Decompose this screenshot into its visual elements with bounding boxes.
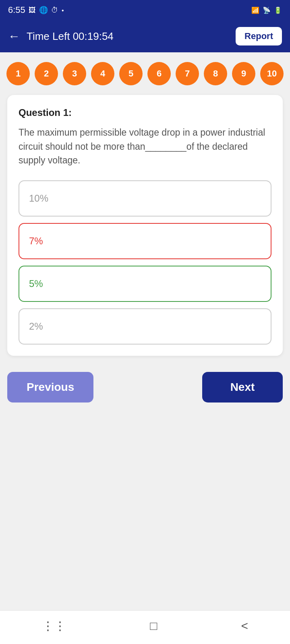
menu-icon[interactable]: ⋮⋮ xyxy=(42,619,66,633)
question-label: Question 1: xyxy=(19,107,271,118)
question-number-2[interactable]: 2 xyxy=(35,62,58,85)
globe-icon: 🌐 xyxy=(39,6,48,14)
question-number-6[interactable]: 6 xyxy=(147,62,171,85)
report-button[interactable]: Report xyxy=(236,27,282,45)
option-1[interactable]: 10% xyxy=(19,180,271,217)
answer-options: 10% 7% 5% 2% xyxy=(19,180,271,345)
home-icon[interactable]: □ xyxy=(150,619,157,633)
spacer xyxy=(0,415,290,611)
wifi-icon: 📶 xyxy=(251,6,259,14)
header-left: ← Time Left 00:19:54 xyxy=(8,29,114,43)
question-text: The maximum permissible voltage drop in … xyxy=(19,126,271,167)
question-number-9[interactable]: 9 xyxy=(232,62,255,85)
timer-display: Time Left 00:19:54 xyxy=(27,30,114,43)
header: ← Time Left 00:19:54 Report xyxy=(0,20,290,52)
question-card: Question 1: The maximum permissible volt… xyxy=(7,95,283,356)
option-3-text: 5% xyxy=(29,278,43,289)
option-2[interactable]: 7% xyxy=(19,223,271,259)
status-icons: 📶 📡 🔋 xyxy=(251,6,282,14)
option-3[interactable]: 5% xyxy=(19,266,271,302)
battery-icon: 🔋 xyxy=(274,6,282,14)
time-display: 6:55 xyxy=(8,5,25,15)
question-number-row: 1 2 3 4 5 6 7 8 9 10 xyxy=(0,52,290,95)
back-button[interactable]: ← xyxy=(8,29,20,43)
image-icon: 🖼 xyxy=(29,6,36,14)
question-number-5[interactable]: 5 xyxy=(119,62,143,85)
option-1-text: 10% xyxy=(29,193,48,204)
status-time: 6:55 🖼 🌐 ⏱ ● xyxy=(8,5,64,15)
back-nav-icon[interactable]: < xyxy=(241,619,248,633)
option-4[interactable]: 2% xyxy=(19,308,271,345)
dot-icon: ● xyxy=(62,8,64,12)
signal-icon: 📡 xyxy=(263,6,271,14)
question-number-8[interactable]: 8 xyxy=(204,62,227,85)
next-button[interactable]: Next xyxy=(202,372,283,402)
question-number-4[interactable]: 4 xyxy=(91,62,114,85)
navigation-buttons: Previous Next xyxy=(0,359,290,415)
bottom-navigation: ⋮⋮ □ < xyxy=(0,610,290,644)
question-number-1[interactable]: 1 xyxy=(6,62,30,85)
option-4-text: 2% xyxy=(29,321,43,332)
previous-button[interactable]: Previous xyxy=(7,372,93,402)
clock-icon: ⏱ xyxy=(51,6,58,14)
question-number-3[interactable]: 3 xyxy=(63,62,86,85)
option-2-text: 7% xyxy=(29,235,43,247)
question-number-7[interactable]: 7 xyxy=(176,62,199,85)
status-bar: 6:55 🖼 🌐 ⏱ ● 📶 📡 🔋 xyxy=(0,0,290,20)
question-number-10[interactable]: 10 xyxy=(260,62,284,85)
